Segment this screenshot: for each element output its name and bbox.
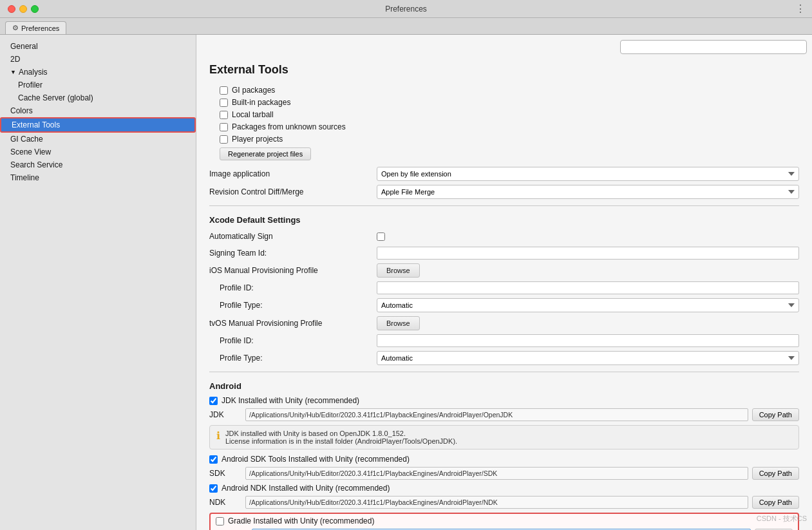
sidebar-item-analysis[interactable]: ▼ Analysis — [0, 66, 196, 79]
ios-profile-type-dropdown[interactable]: Automatic — [377, 298, 799, 312]
divider-1 — [209, 205, 799, 206]
search-input[interactable] — [620, 40, 807, 54]
sidebar-item-scene-view[interactable]: Scene View — [0, 146, 196, 158]
player-projects-label: Player projects — [232, 135, 283, 144]
ios-profile-id-input[interactable] — [377, 281, 799, 294]
tvos-browse-button[interactable]: Browse — [377, 316, 420, 330]
gi-packages-checkbox[interactable] — [220, 86, 228, 95]
tvos-profile-id-label: Profile ID: — [209, 336, 377, 345]
ndk-checkbox[interactable] — [209, 484, 218, 493]
gradle-section: Gradle Installed with Unity (recommended… — [209, 513, 799, 530]
signing-team-row: Signing Team Id: — [209, 247, 799, 260]
sdk-path-label: SDK — [209, 469, 241, 478]
tvos-provisioning-row: tvOS Manual Provisioning Profile Browse — [209, 316, 799, 330]
revision-control-label: Revision Control Diff/Merge — [209, 187, 377, 196]
tvos-provisioning-label: tvOS Manual Provisioning Profile — [209, 319, 377, 328]
jdk-checkbox-label: JDK Installed with Unity (recommended) — [222, 396, 359, 405]
packages-unknown-row: Packages from unknown sources — [209, 122, 799, 131]
builtin-packages-checkbox[interactable] — [220, 99, 228, 107]
ios-browse-button[interactable]: Browse — [377, 263, 420, 278]
sdk-checkbox[interactable] — [209, 455, 218, 464]
player-projects-checkbox[interactable] — [220, 135, 228, 144]
ios-profile-type-row: Profile Type: Automatic — [209, 298, 799, 312]
gradle-checkbox-label: Gradle Installed with Unity (recommended… — [228, 516, 374, 525]
divider-2 — [209, 372, 799, 372]
watermark: CSDN - 技术CS — [757, 514, 807, 524]
sidebar-item-2d[interactable]: 2D — [0, 53, 196, 66]
sidebar-item-general[interactable]: General — [0, 40, 196, 53]
jdk-path-row: JDK Copy Path — [209, 408, 799, 421]
image-application-label: Image application — [209, 169, 377, 178]
jdk-info-line2: License information is in the install fo… — [225, 437, 457, 445]
image-application-dropdown[interactable]: Open by file extension — [377, 167, 799, 181]
auto-sign-label: Automatically Sign — [209, 232, 377, 241]
preferences-tab[interactable]: ⚙ Preferences — [5, 21, 66, 34]
sidebar-item-timeline[interactable]: Timeline — [0, 171, 196, 184]
sidebar: General 2D ▼ Analysis Profiler Cache Ser… — [0, 35, 196, 530]
local-tarball-label: Local tarball — [232, 110, 274, 119]
section-title: External Tools — [209, 63, 799, 77]
more-options-icon[interactable]: ⋮ — [795, 3, 806, 15]
jdk-info-box: ℹ JDK installed with Unity is based on O… — [209, 425, 799, 450]
sdk-copy-path-button[interactable]: Copy Path — [752, 467, 799, 480]
jdk-copy-path-button[interactable]: Copy Path — [752, 408, 799, 421]
tvos-profile-type-dropdown[interactable]: Automatic — [377, 351, 799, 365]
jdk-info-line1: JDK installed with Unity is based on Ope… — [225, 430, 457, 437]
regenerate-button[interactable]: Regenerate project files — [220, 147, 311, 160]
sidebar-item-gi-cache[interactable]: GI Cache — [0, 133, 196, 146]
ndk-copy-path-button[interactable]: Copy Path — [752, 496, 799, 509]
builtin-packages-label: Built-in packages — [232, 98, 290, 107]
content-area: External Tools GI packages Built-in pack… — [196, 35, 812, 530]
ndk-path-input[interactable] — [245, 496, 748, 509]
packages-gi-row: GI packages — [209, 86, 799, 95]
tab-bar: ⚙ Preferences — [0, 18, 812, 35]
tvos-profile-id-input[interactable] — [377, 334, 799, 347]
ndk-path-row: NDK Copy Path — [209, 496, 799, 509]
sidebar-item-profiler[interactable]: Profiler — [0, 79, 196, 91]
close-button[interactable] — [8, 5, 15, 13]
packages-player-row: Player projects — [209, 135, 799, 144]
sdk-checkbox-label: Android SDK Tools Installed with Unity (… — [222, 455, 410, 464]
jdk-checkbox-row: JDK Installed with Unity (recommended) — [209, 396, 799, 405]
packages-builtin-row: Built-in packages — [209, 98, 799, 107]
unknown-sources-checkbox[interactable] — [220, 123, 228, 131]
gradle-checkbox-row: Gradle Installed with Unity (recommended… — [216, 516, 793, 525]
sidebar-item-search-service[interactable]: Search Service — [0, 158, 196, 171]
signing-team-input[interactable] — [377, 247, 799, 260]
android-section-title: Android — [209, 381, 799, 391]
unknown-sources-label: Packages from unknown sources — [232, 122, 346, 131]
ndk-path-label: NDK — [209, 498, 241, 507]
packages-tarball-row: Local tarball — [209, 110, 799, 119]
tab-label: Preferences — [21, 24, 59, 32]
sdk-path-input[interactable] — [245, 467, 748, 480]
ios-profile-type-label: Profile Type: — [209, 301, 377, 310]
revision-control-row: Revision Control Diff/Merge Apple File M… — [209, 185, 799, 199]
gi-packages-label: GI packages — [232, 86, 275, 95]
xcode-section-title: Xcode Default Settings — [209, 215, 799, 225]
auto-sign-checkbox[interactable] — [377, 232, 385, 241]
tvos-profile-type-row: Profile Type: Automatic — [209, 351, 799, 365]
sidebar-item-colors[interactable]: Colors — [0, 104, 196, 117]
gradle-checkbox[interactable] — [216, 517, 224, 525]
jdk-checkbox[interactable] — [209, 397, 218, 405]
minimize-button[interactable] — [19, 5, 27, 13]
sidebar-item-cache-server[interactable]: Cache Server (global) — [0, 91, 196, 104]
chevron-down-icon: ▼ — [10, 69, 16, 75]
packages-section: GI packages Built-in packages Local tarb… — [209, 86, 799, 160]
sdk-checkbox-row: Android SDK Tools Installed with Unity (… — [209, 455, 799, 464]
revision-control-dropdown[interactable]: Apple File Merge — [377, 185, 799, 199]
sidebar-item-external-tools[interactable]: External Tools — [0, 117, 196, 133]
tvos-profile-id-row: Profile ID: — [209, 334, 799, 347]
ios-provisioning-row: iOS Manual Provisioning Profile Browse — [209, 263, 799, 278]
window-title: Preferences — [385, 5, 427, 14]
ios-profile-id-row: Profile ID: — [209, 281, 799, 294]
jdk-path-input[interactable] — [245, 408, 748, 421]
app-body: General 2D ▼ Analysis Profiler Cache Ser… — [0, 35, 812, 530]
title-bar: Preferences ⋮ — [0, 0, 812, 18]
maximize-button[interactable] — [31, 5, 39, 13]
local-tarball-checkbox[interactable] — [220, 111, 228, 119]
search-area — [620, 40, 807, 54]
auto-sign-row: Automatically Sign — [209, 230, 799, 243]
traffic-lights — [8, 5, 39, 13]
jdk-path-label: JDK — [209, 410, 241, 419]
